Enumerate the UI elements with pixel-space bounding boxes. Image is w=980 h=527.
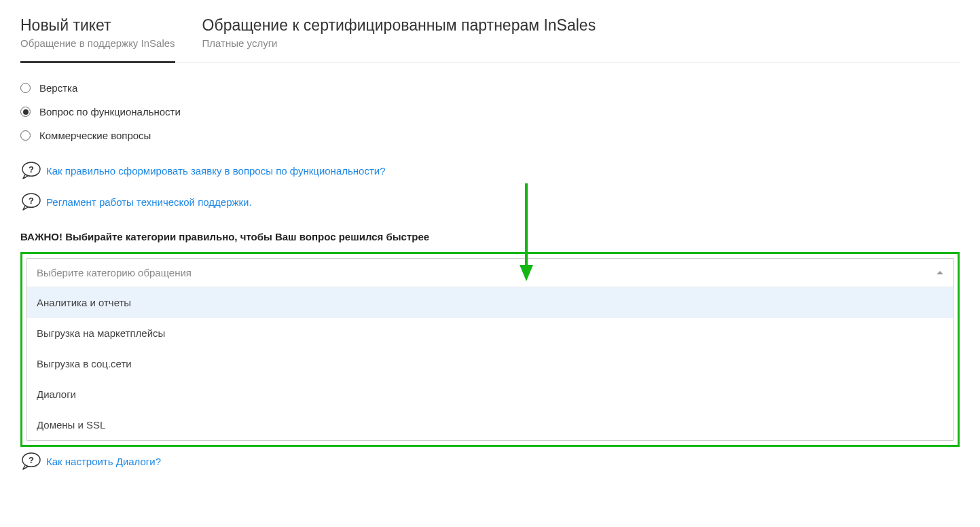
important-note: ВАЖНО! Выбирайте категории правильно, чт…	[20, 231, 960, 242]
help-row: ? Регламент работы технической поддержки…	[20, 193, 960, 211]
caret-up-icon	[937, 271, 943, 274]
question-bubble-icon: ?	[20, 193, 42, 211]
help-link-guidelines[interactable]: Как правильно сформировать заявку в вопр…	[46, 165, 386, 177]
help-link-regulations[interactable]: Регламент работы технической поддержки.	[46, 196, 252, 208]
help-row: ? Как настроить Диалоги?	[20, 452, 960, 470]
tab-subtitle: Платные услуги	[202, 37, 596, 49]
radio-commercial[interactable]: Коммерческие вопросы	[20, 130, 960, 141]
select-option[interactable]: Диалоги	[27, 379, 953, 410]
radio-label: Вопрос по функциональности	[39, 106, 181, 117]
radio-icon	[20, 107, 31, 117]
select-option[interactable]: Аналитика и отчеты	[27, 287, 953, 318]
select-option[interactable]: Выгрузка на маркетплейсы	[27, 318, 953, 348]
help-row: ? Как правильно сформировать заявку в во…	[20, 162, 960, 179]
svg-text:?: ?	[29, 455, 34, 465]
select-option[interactable]: Выгрузка в соц.сети	[27, 348, 953, 379]
radio-icon	[20, 130, 31, 141]
tab-new-ticket[interactable]: Новый тикет Обращение в поддержку InSale…	[20, 16, 175, 63]
tab-partners[interactable]: Обращение к сертифицированным партнерам …	[202, 16, 596, 63]
select-option[interactable]: Домены и SSL	[27, 410, 953, 440]
question-bubble-icon: ?	[20, 452, 42, 470]
radio-functionality[interactable]: Вопрос по функциональности	[20, 106, 960, 117]
tab-subtitle: Обращение в поддержку InSales	[20, 37, 175, 49]
select-options-list[interactable]: Аналитика и отчеты Выгрузка на маркетпле…	[27, 287, 953, 440]
category-select[interactable]: Выберите категорию обращения Аналитика и…	[26, 258, 954, 441]
select-header[interactable]: Выберите категорию обращения	[27, 259, 953, 287]
help-link-dialogs[interactable]: Как настроить Диалоги?	[46, 456, 161, 467]
svg-text:?: ?	[29, 196, 34, 206]
tabs-bar: Новый тикет Обращение в поддержку InSale…	[20, 16, 960, 63]
radio-label: Верстка	[39, 82, 77, 94]
radio-layout[interactable]: Верстка	[20, 82, 960, 94]
radio-label: Коммерческие вопросы	[39, 130, 151, 141]
help-links: ? Как правильно сформировать заявку в во…	[20, 162, 960, 211]
category-radios: Верстка Вопрос по функциональности Комме…	[20, 82, 960, 141]
radio-icon	[20, 83, 31, 93]
tab-title: Новый тикет	[20, 16, 175, 35]
question-bubble-icon: ?	[20, 162, 42, 179]
select-placeholder: Выберите категорию обращения	[37, 267, 192, 278]
tab-title: Обращение к сертифицированным партнерам …	[202, 16, 596, 35]
category-select-highlight: Выберите категорию обращения Аналитика и…	[20, 252, 960, 447]
svg-text:?: ?	[29, 164, 34, 175]
